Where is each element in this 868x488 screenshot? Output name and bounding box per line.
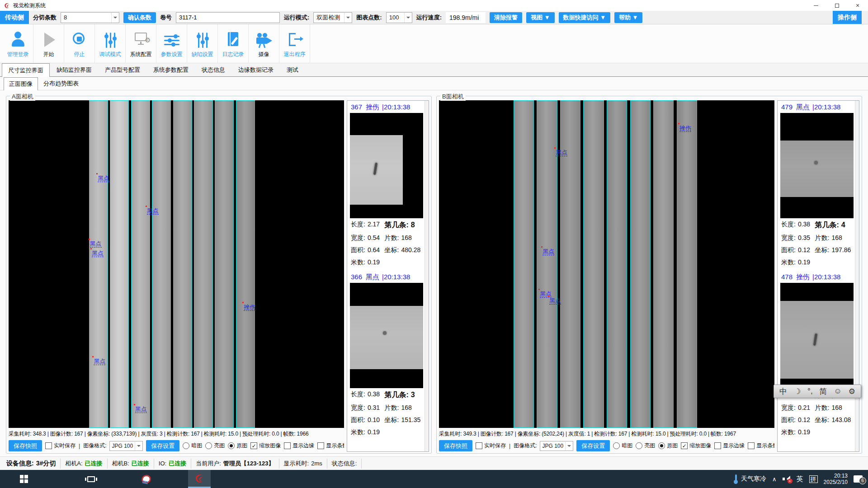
sliders-h-icon (162, 31, 182, 50)
close-button[interactable]: × (847, 0, 868, 11)
image-mode-radio[interactable]: 暗图 (183, 442, 202, 450)
realtime-save-checkbox[interactable]: 实时保存 (45, 442, 75, 450)
defect-thumbnail[interactable] (350, 113, 423, 218)
image-format-value: JPG 100 (540, 443, 565, 449)
toolbar-item-admin-login[interactable]: 管理登录 (3, 24, 33, 63)
toolbar-item-defect-settings[interactable]: 缺陷设置 (187, 24, 218, 63)
ime-emoji-button[interactable]: ☺ (834, 387, 841, 396)
tab-3[interactable]: 系统参数配置 (147, 63, 195, 76)
subtab-0[interactable]: 正面图像 (4, 77, 38, 90)
clock-tray-item[interactable]: 20:13 2025/2/10 (824, 473, 848, 485)
toolbar-item-label: 退出程序 (284, 51, 306, 58)
confirm-count-button[interactable]: 确认条数 (123, 12, 156, 23)
defect-entry[interactable]: 366黑点|20:13:38长度:0.38第几条:3宽度:0.31片数:168面… (350, 271, 423, 438)
ime-mode-indicator[interactable]: 拼 (809, 475, 818, 483)
film-strip (583, 100, 604, 428)
notification-center-button[interactable]: 6 (854, 475, 863, 483)
chevron-down-icon (111, 13, 119, 23)
image-mode-radio[interactable]: 亮图 (636, 442, 655, 450)
run-mode-select[interactable]: 双面检测 (313, 12, 352, 23)
defect-thumbnail[interactable] (780, 113, 854, 218)
tab-0[interactable]: 尺寸监控界面 (2, 63, 50, 77)
save-settings-button[interactable]: 保存设置 (576, 440, 610, 451)
toolbar-item-debug-mode[interactable]: 调试模式 (95, 24, 126, 63)
defect-time: |20:13:38 (382, 103, 410, 111)
tab-4[interactable]: 状态信息 (195, 63, 231, 76)
tab-5[interactable]: 边缘数据记录 (232, 63, 280, 76)
time-text: 20:13 (834, 473, 848, 479)
subtab-1[interactable]: 分布趋势图表 (38, 77, 84, 90)
display-option-checkbox[interactable]: 显示边缘 (714, 442, 745, 450)
roll-number-input[interactable] (176, 12, 280, 23)
top-toolbar: 传动侧 分切条数 8 确认条数 卷号 运行模式: 双面检测 图表点数: 100 … (0, 11, 868, 24)
volume-muted-icon[interactable]: × (783, 476, 791, 482)
chart-points-select[interactable]: 100 (386, 12, 412, 23)
save-snapshot-button[interactable]: 保存快照 (439, 440, 472, 451)
ime-simplified-button[interactable]: 简 (820, 386, 827, 397)
monitor-icon: ⚙ (131, 31, 151, 50)
ime-settings-button[interactable]: ⚙ (849, 387, 855, 396)
device-bar-item-1: 相机A:已连接 (61, 459, 107, 469)
date-text: 2025/2/10 (824, 479, 848, 485)
radio-icon (228, 442, 235, 449)
task-view-button[interactable] (80, 470, 102, 488)
slit-count-select[interactable]: 8 (61, 12, 119, 23)
toolbar-item-param-settings[interactable]: 参数设置 (156, 24, 187, 63)
film-strip (215, 100, 234, 428)
ime-moon-button[interactable]: ☽ (794, 387, 801, 396)
defect-entry[interactable]: 367挫伤|20:13:38长度:2.17第几条:8宽度:0.54片数:168面… (350, 101, 423, 268)
checkbox-icon: ✓ (250, 442, 257, 449)
display-option-checkbox[interactable]: 显示条数 (748, 442, 774, 450)
operator-side-button[interactable]: 操作侧 (833, 11, 862, 24)
snipping-tool-button[interactable] (135, 470, 157, 488)
save-settings-button[interactable]: 保存设置 (146, 440, 179, 451)
defect-entry[interactable]: 479黑点|20:13:38长度:0.38第几条:4宽度:0.35片数:168面… (780, 101, 854, 268)
minimize-button[interactable] (806, 0, 826, 11)
hidden-icons-chevron[interactable]: ∧ (772, 476, 777, 483)
image-mode-radio[interactable]: 暗图 (613, 442, 632, 450)
ime-punct-button[interactable]: °, (807, 387, 813, 396)
save-snapshot-button[interactable]: 保存快照 (9, 440, 42, 451)
toolbar-item-system-config[interactable]: ⚙系统配置 (126, 24, 156, 63)
image-mode-radio[interactable]: 原图 (658, 442, 678, 450)
display-option-checkbox[interactable]: 显示条数 (317, 442, 344, 450)
sub-tab-bar: 正面图像分布趋势图表 (0, 77, 868, 90)
device-bar-value: 已连接 (169, 460, 186, 468)
tab-2[interactable]: 产品型号配置 (99, 63, 146, 76)
scrollbar[interactable] (855, 101, 859, 451)
toolbar-item-exit-program[interactable]: 退出程序 (279, 24, 310, 63)
image-mode-radio[interactable]: 亮图 (205, 442, 225, 450)
realtime-save-checkbox[interactable]: 实时保存 (476, 442, 506, 450)
view-menu-button[interactable]: 视图 ▼ (526, 12, 554, 23)
defect-thumbnail[interactable] (350, 283, 423, 388)
defect-entry[interactable]: 478挫伤|20:13:38长度:0.57第几条:3宽度:0.21片数:168面… (780, 271, 854, 438)
clear-alarm-button[interactable]: 清除报警 (490, 12, 522, 23)
ime-lang-button[interactable]: 中 (779, 386, 787, 397)
toolbar-item-log-record[interactable]: 日志记录 (218, 24, 249, 63)
tab-1[interactable]: 缺陷监控界面 (50, 63, 98, 76)
image-mode-radio[interactable]: 原图 (228, 442, 247, 450)
toolbar-item-capture[interactable]: 摄像 (249, 24, 279, 63)
scrollbar[interactable] (425, 101, 429, 451)
display-option-checkbox[interactable]: 显示边缘 (284, 442, 314, 450)
toolbar-item-stop[interactable]: 停止 (64, 24, 95, 63)
image-format-select[interactable]: JPG 100 (540, 441, 573, 451)
start-button[interactable] (13, 470, 35, 488)
toolbar-item-start[interactable]: 开始 (33, 24, 64, 63)
maximize-button[interactable] (826, 0, 847, 11)
image-format-select[interactable]: JPG 100 (109, 441, 143, 451)
tab-6[interactable]: 测试 (280, 63, 305, 76)
help-menu-button[interactable]: 帮助 ▼ (614, 12, 642, 23)
defect-thumbnail[interactable] (780, 283, 854, 388)
data-quick-access-menu-button[interactable]: 数据快捷访问 ▼ (559, 12, 610, 23)
drive-side-button[interactable]: 传动侧 (0, 11, 29, 24)
snipping-tool-icon (140, 474, 152, 485)
film-strip (677, 100, 697, 428)
language-indicator[interactable]: 英 (797, 475, 803, 483)
weather-tray-item[interactable]: 天气寒冷 (734, 474, 766, 484)
defect-type: 挫伤 (796, 273, 810, 282)
display-option-checkbox[interactable]: ✓缩放图像 (681, 442, 711, 450)
inspection-app-taskbar-button[interactable] (188, 470, 211, 488)
thumbnail-material-area (350, 306, 423, 369)
display-option-checkbox[interactable]: ✓缩放图像 (250, 442, 281, 450)
